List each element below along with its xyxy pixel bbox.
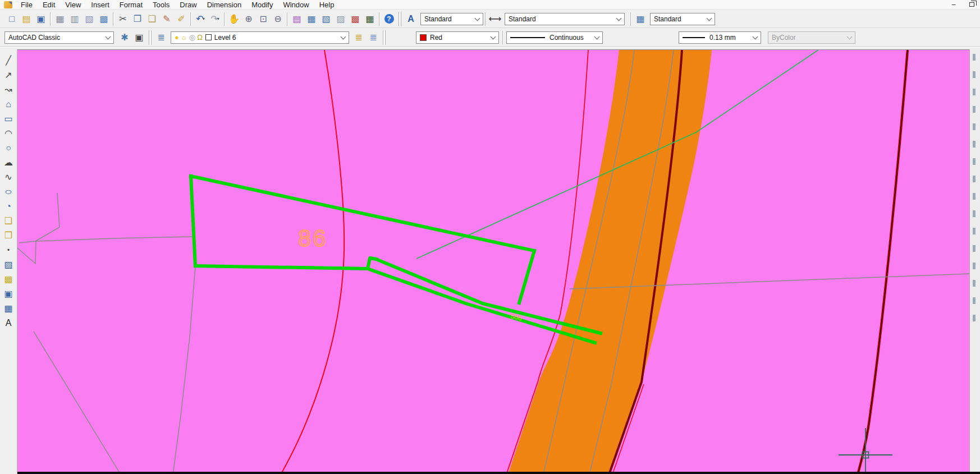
ellipse-arc-button[interactable]: ◔: [1, 199, 16, 214]
match-properties-icon: ✐: [177, 15, 185, 24]
table-button[interactable]: ▦: [1, 301, 16, 316]
drawing-canvas[interactable]: 86 506: [17, 50, 969, 474]
new-button[interactable]: □: [4, 12, 19, 26]
region-icon: ▣: [4, 289, 12, 298]
plot-style-value: ByColor: [772, 34, 844, 42]
layer-properties-button[interactable]: ≣: [154, 30, 168, 45]
table-style-combo[interactable]: Standard: [650, 13, 715, 25]
menu-item-file[interactable]: File: [16, 0, 38, 10]
gradient-button[interactable]: ▩: [1, 272, 16, 287]
undo-button[interactable]: ↶▾: [193, 12, 208, 26]
circle-button[interactable]: ○: [1, 141, 16, 155]
restore-button[interactable]: [967, 1, 977, 8]
menu-item-window[interactable]: Window: [278, 0, 314, 10]
arc-button[interactable]: ◠: [1, 126, 16, 141]
markup-set-manager-button[interactable]: ▨: [333, 12, 348, 26]
menu-item-dimension[interactable]: Dimension: [202, 0, 246, 10]
workspace-combo[interactable]: AutoCAD Classic: [4, 31, 114, 44]
cut-button[interactable]: ✂: [116, 12, 130, 26]
zoom-window-button[interactable]: ⊡: [256, 12, 271, 26]
tool-palettes-button[interactable]: ▧: [319, 12, 333, 26]
table-style-icon: ▦: [636, 15, 644, 24]
drawing-area[interactable]: 86 506: [17, 49, 969, 474]
hatch-button[interactable]: ▨: [1, 257, 16, 272]
save-button[interactable]: ▣: [34, 12, 48, 26]
menu-item-edit[interactable]: Edit: [38, 0, 60, 10]
rectangle-button[interactable]: ▭: [1, 112, 16, 126]
revision-cloud-button[interactable]: ☁: [1, 155, 16, 170]
copy-button[interactable]: ❐: [130, 12, 145, 26]
layer-viewport-freeze-icon[interactable]: ◎: [189, 34, 195, 41]
make-object-layer-current-button[interactable]: ≣: [351, 30, 366, 45]
linetype-combo[interactable]: Continuous: [506, 31, 603, 44]
my-workspace-button[interactable]: ▣: [132, 30, 146, 45]
multiline-text-button[interactable]: A: [1, 316, 16, 330]
help-button[interactable]: ?: [382, 12, 396, 26]
menu-item-view[interactable]: View: [60, 0, 86, 10]
construction-line-button[interactable]: ↗: [1, 68, 16, 82]
toolbar-separator: [630, 12, 631, 26]
toolbar-separator: [113, 12, 114, 26]
standard-toolbar: □▤▣▦▥▧▩✂❐❑✎✐↶▾↷▾✋⊕⊡⊖▤▦▧▨▩▦ ? A Standard …: [0, 10, 980, 28]
plot-button[interactable]: ▦: [53, 12, 67, 26]
zoom-previous-button[interactable]: ⊖: [271, 12, 285, 26]
make-block-button[interactable]: ❒: [1, 228, 16, 243]
layer-freeze-sun-icon[interactable]: ☼: [181, 34, 187, 41]
point-button[interactable]: •: [1, 243, 16, 257]
plot-style-combo[interactable]: ByColor: [768, 31, 855, 44]
clean-screen-button[interactable]: ▩: [348, 12, 363, 26]
match-properties-button[interactable]: ✐: [174, 12, 189, 26]
open-button[interactable]: ▤: [19, 12, 34, 26]
table-style-button[interactable]: ▦: [633, 12, 648, 26]
zoom-realtime-icon: ⊕: [245, 15, 252, 24]
text-style-combo[interactable]: Standard: [420, 13, 483, 25]
sheet-set-manager-button[interactable]: ▦: [304, 12, 319, 26]
redo-button[interactable]: ↷▾: [208, 12, 222, 26]
zoom-realtime-button[interactable]: ⊕: [241, 12, 256, 26]
dim-style-combo[interactable]: Standard: [505, 13, 625, 25]
chevron-down-icon: [594, 34, 600, 39]
ellipse-button[interactable]: ○: [1, 185, 16, 199]
layer-previous-button[interactable]: ≣: [366, 30, 381, 45]
publish-button[interactable]: ▧: [82, 12, 97, 26]
polyline-button[interactable]: ↝: [1, 82, 16, 97]
pan-button[interactable]: ✋: [227, 12, 241, 26]
undo-dropdown-arrow[interactable]: ▾: [203, 16, 205, 21]
line-button[interactable]: ╱: [1, 53, 16, 68]
properties-button[interactable]: ▤: [290, 12, 304, 26]
menu-item-help[interactable]: Help: [314, 0, 340, 10]
redo-dropdown-arrow[interactable]: ▾: [217, 16, 219, 21]
text-style-button[interactable]: A: [404, 12, 418, 26]
redline-button[interactable]: ✎: [159, 12, 174, 26]
clipped-toolbar-icon: [973, 210, 976, 217]
text-style-icon: A: [407, 15, 414, 24]
color-combo[interactable]: Red: [416, 31, 499, 44]
spline-button[interactable]: ∿: [1, 170, 16, 185]
minimize-button[interactable]: –: [949, 1, 959, 8]
clipped-toolbar-icon: [973, 71, 976, 78]
3d-dwf-button[interactable]: ▩: [97, 12, 111, 26]
insert-block-button[interactable]: ❑: [1, 214, 16, 228]
3d-dwf-icon: ▩: [99, 15, 108, 24]
layer-lock-icon[interactable]: Ω: [197, 34, 203, 41]
toolbar-separator: [379, 12, 380, 26]
menu-item-tools[interactable]: Tools: [148, 0, 175, 10]
plot-icon: ▦: [56, 15, 64, 24]
dim-style-button[interactable]: ⟷: [488, 12, 502, 26]
multiline-text-icon: A: [6, 319, 12, 328]
menu-item-format[interactable]: Format: [115, 0, 148, 10]
chevron-down-icon: [847, 34, 853, 39]
menu-item-modify[interactable]: Modify: [246, 0, 278, 10]
paste-button[interactable]: ❑: [145, 12, 159, 26]
gear-icon: ✱: [121, 33, 128, 42]
lineweight-combo[interactable]: 0.13 mm: [679, 31, 761, 44]
workspace-settings-button[interactable]: ✱: [117, 30, 132, 45]
menu-item-draw[interactable]: Draw: [175, 0, 202, 10]
layer-on-bulb-icon[interactable]: ●: [175, 34, 179, 41]
polygon-button[interactable]: ⌂: [1, 97, 16, 112]
menu-item-insert[interactable]: Insert: [86, 0, 115, 10]
quick-calc-button[interactable]: ▦: [363, 12, 377, 26]
layer-combo[interactable]: ●☼◎Ω Level 6: [171, 31, 349, 44]
region-button[interactable]: ▣: [1, 287, 16, 301]
plot-preview-button[interactable]: ▥: [67, 12, 82, 26]
